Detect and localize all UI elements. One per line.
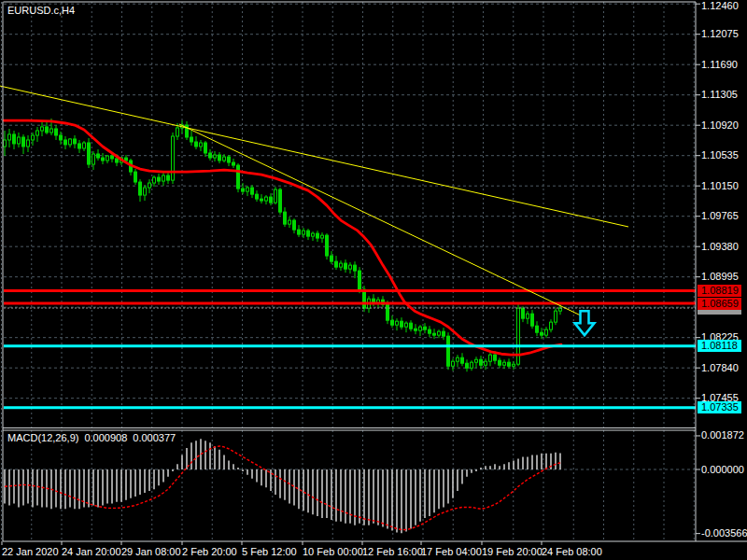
candle-body xyxy=(88,143,91,164)
chart-window: EURUSD.c,H4 MACD(12,26,9)0.0009080.00037… xyxy=(0,0,747,560)
candle-body xyxy=(223,157,226,161)
candle-body xyxy=(410,323,413,329)
candle-body xyxy=(475,359,478,362)
chart-canvas[interactable] xyxy=(0,0,747,560)
candle-body xyxy=(317,233,319,238)
candle-body xyxy=(345,263,347,269)
candle-body xyxy=(433,333,436,335)
candle-body xyxy=(162,175,165,181)
time-axis-label: 17 Feb 04:00 xyxy=(421,546,482,557)
candle-body xyxy=(415,329,417,330)
candle-body xyxy=(251,188,254,194)
candle-body xyxy=(214,155,217,158)
candle-body xyxy=(218,155,221,161)
candle-body xyxy=(508,362,511,366)
candle-body xyxy=(261,199,263,201)
candle-body xyxy=(4,140,7,147)
candle-body xyxy=(321,235,324,238)
candle-body xyxy=(64,140,67,145)
candle-body xyxy=(134,172,137,182)
candle-body xyxy=(190,137,193,142)
candle-body xyxy=(447,336,450,366)
macd-indicator-label: MACD(12,26,9) xyxy=(7,432,78,443)
candle-body xyxy=(349,265,352,269)
macd-header: MACD(12,26,9)0.0009080.000377 xyxy=(7,432,181,444)
price-axis-label: 1.12075 xyxy=(701,28,739,40)
candle-body xyxy=(443,331,445,336)
candle-body xyxy=(116,159,119,162)
time-axis-label: 10 Feb 00:00 xyxy=(303,546,363,557)
candle-body xyxy=(92,154,95,164)
candle-body xyxy=(247,188,249,191)
time-axis-label: 19 Feb 20:00 xyxy=(482,546,543,557)
candle-body xyxy=(522,308,525,318)
candle-body xyxy=(387,304,389,320)
candle-body xyxy=(125,158,128,161)
candle-body xyxy=(55,129,58,135)
resistance-price-label: 1.08659 xyxy=(698,298,741,310)
candle-body xyxy=(144,188,147,195)
candle-body xyxy=(148,183,151,188)
candle-body xyxy=(513,364,515,366)
time-axis-label: 24 Feb 08:00 xyxy=(542,546,602,557)
candle-body xyxy=(289,220,291,224)
price-axis-label: 1.09380 xyxy=(701,241,739,253)
candle-body xyxy=(8,134,11,140)
candle-body xyxy=(307,231,310,236)
symbol-title: EURUSD.c,H4 xyxy=(7,5,75,17)
candle-body xyxy=(396,321,399,325)
candle-body xyxy=(69,139,72,145)
candle-body xyxy=(78,144,81,148)
macd-axis-label: -0.003566 xyxy=(701,527,747,539)
candle-body xyxy=(13,134,16,144)
price-axis-label: 1.09765 xyxy=(701,210,739,222)
candle-body xyxy=(195,142,198,147)
candle-body xyxy=(106,156,109,161)
candle-body xyxy=(97,154,100,158)
time-axis-label: 5 Feb 12:00 xyxy=(242,546,297,557)
candle-body xyxy=(18,137,21,144)
candle-body xyxy=(200,143,203,147)
candle-body xyxy=(158,177,161,181)
candle-body xyxy=(419,327,422,330)
candle-body xyxy=(424,327,427,329)
candle-body xyxy=(452,361,455,366)
candle-body xyxy=(270,197,273,203)
candle-body xyxy=(405,323,408,327)
price-axis-label: 1.10535 xyxy=(701,149,739,161)
price-axis-label: 1.11305 xyxy=(701,89,738,101)
candle-body xyxy=(256,194,259,199)
candle-body xyxy=(555,311,557,322)
candle-body xyxy=(391,320,394,325)
macd-main-value: 0.000908 xyxy=(84,432,127,443)
candle-body xyxy=(335,261,338,267)
candle-body xyxy=(494,355,497,360)
candle-body xyxy=(74,139,77,144)
sell-arrow-icon[interactable] xyxy=(575,311,595,335)
candle-body xyxy=(242,189,245,191)
price-axis-label: 1.07840 xyxy=(701,362,739,374)
candle-body xyxy=(176,128,179,136)
candle-body xyxy=(429,329,431,333)
candle-body xyxy=(22,137,25,147)
candle-body xyxy=(265,197,268,201)
candle-body xyxy=(60,135,63,140)
candle-body xyxy=(359,271,361,289)
candle-body xyxy=(438,331,441,335)
time-axis-label: 12 Feb 16:00 xyxy=(362,546,423,557)
candle-body xyxy=(326,235,329,256)
candle-body xyxy=(36,131,39,135)
time-axis-label: 22 Jan 2020 xyxy=(2,546,59,557)
resistance-price-label: 1.08819 xyxy=(698,285,741,297)
candle-body xyxy=(499,360,501,365)
candle-body xyxy=(237,165,240,189)
candle-body xyxy=(559,308,562,311)
candle-body xyxy=(50,129,53,133)
candle-body xyxy=(340,263,343,267)
trendline[interactable] xyxy=(179,124,581,315)
candle-body xyxy=(503,362,506,365)
candle-body xyxy=(354,265,357,271)
price-axis-label: 1.10920 xyxy=(701,119,739,132)
candle-body xyxy=(32,135,35,140)
candle-body xyxy=(172,136,175,180)
